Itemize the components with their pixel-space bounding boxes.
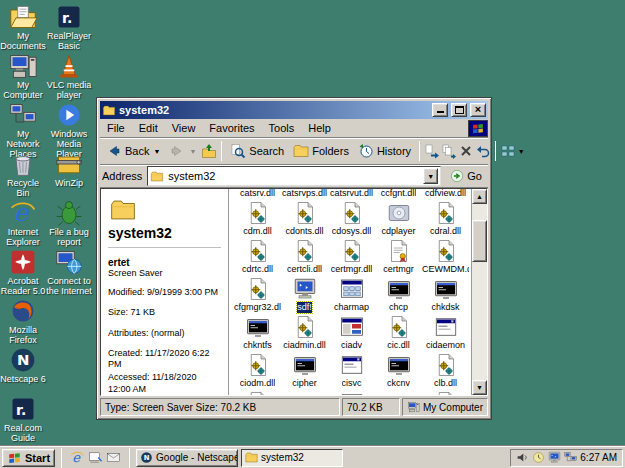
search-button[interactable]: Search: [226, 140, 288, 163]
back-dropdown-icon[interactable]: ▼: [153, 148, 160, 155]
file-item[interactable]: [375, 390, 422, 395]
network-tray-icon[interactable]: [564, 451, 577, 464]
menu-help[interactable]: Help: [301, 120, 338, 136]
scheduler-tray-icon[interactable]: [532, 451, 545, 464]
file-label: certmgr.dll: [331, 264, 373, 275]
views-button[interactable]: ▼: [500, 140, 524, 163]
start-button[interactable]: Start: [2, 449, 55, 467]
file-item-cipher[interactable]: cipher: [281, 352, 328, 390]
file-item-cewmdm-dll[interactable]: CEWMDM.dll: [422, 238, 469, 276]
scroll-down-icon[interactable]: ▼: [472, 380, 487, 395]
up-button[interactable]: [201, 140, 217, 163]
file-item-cfgmgr32-dll[interactable]: cfgmgr32.dll: [234, 276, 281, 314]
file-item-certmgr-dll[interactable]: certmgr.dll: [328, 238, 375, 276]
file-item-chkdsk[interactable]: chkdsk: [422, 276, 469, 314]
desktop-icon-windows-media-player[interactable]: Windows Media Player: [46, 101, 92, 150]
file-item-ckcnv[interactable]: ckcnv: [375, 352, 422, 390]
quick-launch-internet-explorer-icon[interactable]: e: [70, 450, 85, 465]
file-label: cipher: [292, 378, 317, 389]
desktop-icon-my-computer[interactable]: My Computer: [0, 52, 46, 101]
vertical-scrollbar[interactable]: ▲ ▼: [471, 189, 487, 395]
file-item-cidaemon[interactable]: cidaemon: [422, 314, 469, 352]
menu-favorites[interactable]: Favorites: [202, 120, 261, 136]
file-item-sdf[interactable]: sdf!: [281, 276, 328, 314]
file-item-cdonts-dll[interactable]: cdonts.dll: [281, 200, 328, 238]
move-to-button[interactable]: [424, 140, 440, 163]
go-button[interactable]: Go: [446, 166, 486, 186]
file-item-cdplayer[interactable]: cdplayer: [375, 200, 422, 238]
file-item[interactable]: [234, 390, 281, 395]
forward-button[interactable]: ▼: [165, 140, 200, 163]
file-item-cdosys-dll[interactable]: cdosys.dll: [328, 200, 375, 238]
file-item-charmap[interactable]: charmap: [328, 276, 375, 314]
folders-button[interactable]: Folders: [289, 140, 353, 163]
address-dropdown-button[interactable]: ▼: [423, 168, 438, 184]
file-item-cdral-dll[interactable]: cdral.dll: [422, 200, 469, 238]
close-button[interactable]: ×: [470, 103, 486, 117]
file-item-ccfgnt-dll[interactable]: ccfgnt.dll: [375, 189, 422, 200]
file-item[interactable]: [281, 390, 328, 395]
desktop-icon-internet-explorer[interactable]: eInternet Explorer: [0, 199, 46, 248]
file-item-cdm-dll[interactable]: cdm.dll: [234, 200, 281, 238]
delete-button[interactable]: [458, 140, 474, 163]
copy-to-button[interactable]: [441, 140, 457, 163]
file-item-catsrv-dll[interactable]: catsrv.dll: [234, 189, 281, 200]
menu-view[interactable]: View: [165, 120, 203, 136]
file-item-ciadmin-dll[interactable]: ciadmin.dll: [281, 314, 328, 352]
quick-launch-show-desktop-icon[interactable]: [88, 450, 103, 465]
menu-file[interactable]: File: [100, 120, 132, 136]
toolbar-separator: [495, 141, 496, 161]
file-item[interactable]: [328, 390, 375, 395]
menu-tools[interactable]: Tools: [262, 120, 302, 136]
desktop-icon-file-a-bug-report[interactable]: File a bug report: [46, 199, 92, 248]
undo-button[interactable]: [475, 140, 491, 163]
file-item-cdfview-dll[interactable]: cdfview.dll: [422, 189, 469, 200]
file-item-chcp[interactable]: chcp: [375, 276, 422, 314]
scrollbar-thumb[interactable]: [472, 220, 487, 262]
dll-file-icon: [246, 201, 270, 225]
desktop-icon-my-network-places[interactable]: My Network Places: [0, 101, 46, 150]
file-item-chkntfs[interactable]: chkntfs: [234, 314, 281, 352]
desktop-icon-recycle-bin[interactable]: Recycle Bin: [0, 150, 46, 199]
file-item-ciodm-dll[interactable]: ciodm.dll: [234, 352, 281, 390]
desktop-icon-mozilla-firefox[interactable]: Mozilla Firefox: [0, 297, 46, 346]
desktop-icon-realplayer-basic[interactable]: r.RealPlayer Basic: [46, 3, 92, 52]
dos-file-icon: [387, 353, 411, 377]
forward-dropdown-icon[interactable]: ▼: [189, 148, 196, 155]
desktop-icon-my-documents[interactable]: My Documents: [0, 3, 46, 52]
file-item-cic-dll[interactable]: cic.dll: [375, 314, 422, 352]
desktop-icon-real-com-guide[interactable]: r.Real.com Guide: [0, 395, 46, 444]
back-button[interactable]: Back ▼: [102, 140, 164, 163]
maximize-button[interactable]: [451, 103, 467, 117]
history-button[interactable]: History: [354, 140, 415, 163]
address-input[interactable]: system32 ▼: [147, 166, 441, 186]
file-item-catsrvps-dll[interactable]: catsrvps.dll: [281, 189, 328, 200]
address-bar: Address system32 ▼ Go: [100, 165, 488, 188]
desktop-icon-connect-to-the-internet[interactable]: Connect to the Internet: [46, 248, 92, 297]
desktop-icon-vlc-media-player[interactable]: VLC media player: [46, 52, 92, 101]
menu-edit[interactable]: Edit: [132, 120, 165, 136]
desktop-icon-netscape-6[interactable]: NNetscape 6: [0, 346, 46, 395]
scroll-up-icon[interactable]: ▲: [472, 189, 487, 204]
file-item-cdrtc-dll[interactable]: cdrtc.dll: [234, 238, 281, 276]
file-item-cisvc[interactable]: cisvc: [328, 352, 375, 390]
file-label: ciadmin.dll: [283, 340, 326, 351]
volume-tray-icon[interactable]: [516, 451, 529, 464]
desktop-icon-acrobat-reader-5-0[interactable]: Acrobat Reader 5.0: [0, 248, 46, 297]
title-bar[interactable]: system32 ×: [100, 101, 488, 119]
taskbar-task-google-netscape-6[interactable]: NGoogle - Netscape 6: [136, 449, 238, 467]
file-item-ciadv[interactable]: ciadv: [328, 314, 375, 352]
minimize-button[interactable]: [432, 103, 448, 117]
quick-launch-mail-icon[interactable]: [106, 450, 121, 465]
display-tray-icon[interactable]: [548, 451, 561, 464]
taskbar-task-system32[interactable]: system32: [241, 449, 343, 467]
file-item[interactable]: [422, 390, 469, 395]
svg-text:r.: r.: [16, 402, 26, 418]
scrollbar-track[interactable]: [472, 204, 487, 380]
app-file-icon: [434, 315, 458, 339]
desktop-icon-winzip[interactable]: WinZip: [46, 150, 92, 199]
file-item-certcli-dll[interactable]: certcli.dll: [281, 238, 328, 276]
file-item-clb-dll[interactable]: clb.dll: [422, 352, 469, 390]
file-item-catsrvut-dll[interactable]: catsrvut.dll: [328, 189, 375, 200]
file-item-certmgr[interactable]: certmgr: [375, 238, 422, 276]
